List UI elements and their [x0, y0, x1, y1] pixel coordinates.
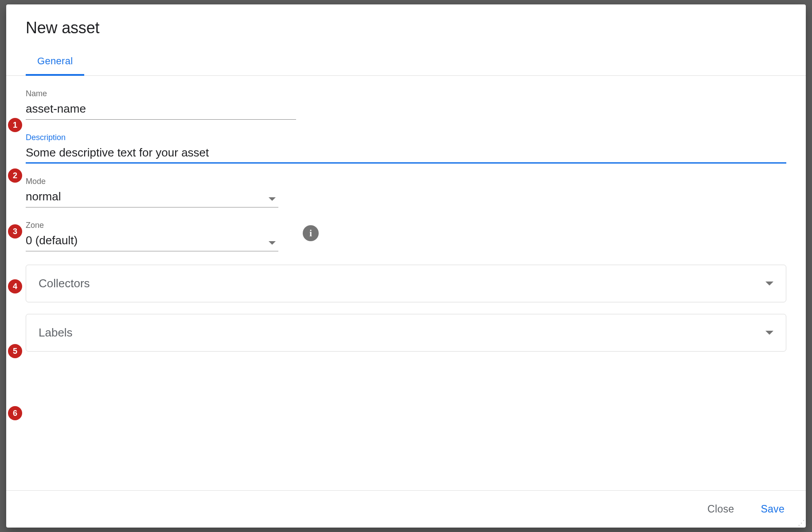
collectors-title: Collectors: [39, 277, 90, 290]
save-button[interactable]: Save: [756, 501, 789, 518]
labels-panel[interactable]: Labels: [26, 314, 786, 352]
zone-select[interactable]: 0 (default): [26, 231, 278, 251]
field-mode: Mode normal: [26, 177, 786, 207]
name-input[interactable]: [26, 99, 296, 120]
callout-3: 3: [8, 224, 22, 239]
mode-value: normal: [26, 187, 278, 207]
collectors-panel[interactable]: Collectors: [26, 265, 786, 302]
chevron-down-icon: [269, 197, 276, 201]
callout-1: 1: [8, 118, 22, 132]
callout-6: 6: [8, 406, 22, 420]
labels-title: Labels: [39, 326, 73, 340]
callout-5: 5: [8, 344, 22, 358]
chevron-down-icon: [269, 241, 276, 245]
chevron-down-icon: [765, 282, 773, 286]
close-button[interactable]: Close: [703, 501, 738, 518]
zone-label: Zone: [26, 221, 786, 230]
zone-value: 0 (default): [26, 231, 278, 251]
dialog-title: New asset: [26, 19, 786, 37]
dialog-body: Name Description Mode normal Zone 0 (def…: [6, 76, 806, 490]
dialog-header: New asset: [6, 4, 806, 37]
mode-label: Mode: [26, 177, 786, 186]
field-zone: Zone 0 (default) i: [26, 221, 786, 251]
callout-2: 2: [8, 168, 22, 183]
chevron-down-icon: [765, 331, 773, 335]
description-label: Description: [26, 133, 786, 142]
info-icon[interactable]: i: [303, 225, 319, 241]
dialog-footer: Close Save: [6, 490, 806, 528]
mode-select[interactable]: normal: [26, 187, 278, 207]
resize-grip-icon[interactable]: ⋰: [798, 520, 805, 527]
tab-general[interactable]: General: [26, 49, 84, 76]
description-input[interactable]: [26, 143, 786, 164]
field-name: Name: [26, 89, 296, 120]
name-label: Name: [26, 89, 296, 98]
dialog-tabs: General: [6, 49, 806, 76]
callout-4: 4: [8, 279, 22, 293]
new-asset-dialog: New asset General Name Description Mode …: [6, 4, 806, 528]
field-description: Description: [26, 133, 786, 164]
